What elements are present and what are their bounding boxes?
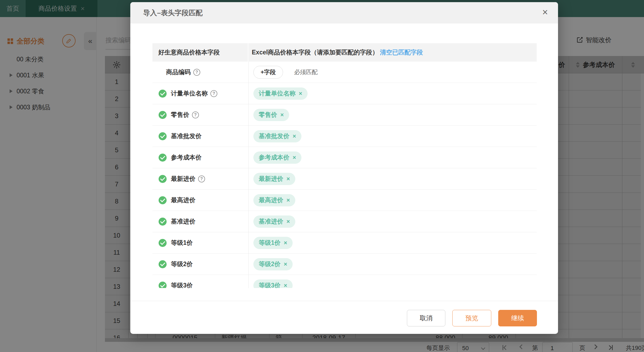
- clear-matched-link[interactable]: 清空已匹配字段: [380, 48, 423, 57]
- match-row-level1-price: 等级1价 等级1价 ×: [152, 232, 537, 254]
- match-row-latest-purchase-price: 最新进价 ? 最新进价 ×: [152, 168, 537, 190]
- matched-field-tag: 计量单位名称 ×: [253, 87, 308, 100]
- matched-field-tag: 基准进价 ×: [253, 215, 295, 228]
- help-icon[interactable]: ?: [192, 111, 199, 118]
- remove-tag-icon[interactable]: ×: [286, 197, 290, 204]
- help-icon[interactable]: ?: [210, 90, 217, 97]
- required-match-note: 必须匹配: [294, 68, 318, 76]
- check-circle-icon: [159, 260, 167, 268]
- matching-table-header: 好生意商品价格本字段 Excel商品价格本字段（请添加要匹配的字段） 清空已匹配…: [152, 43, 537, 62]
- match-row-base-purchase-price: 基准进价 基准进价 ×: [152, 211, 537, 232]
- modal-title: 导入–表头字段匹配: [143, 2, 202, 23]
- match-row-level2-price: 等级2价 等级2价 ×: [152, 254, 537, 275]
- app-screen: 首页 商品价格设置 × 全部分类 « 00 未分类 0001 水果 000: [0, 0, 644, 352]
- help-icon[interactable]: ?: [198, 175, 205, 182]
- remove-tag-icon[interactable]: ×: [284, 239, 287, 246]
- check-circle-icon: [159, 239, 167, 247]
- check-circle-icon: [159, 111, 167, 119]
- field-matching-table: 好生意商品价格本字段 Excel商品价格本字段（请添加要匹配的字段） 清空已匹配…: [152, 43, 537, 288]
- preview-button[interactable]: 预览: [452, 310, 491, 326]
- match-row-unit-name: 计量单位名称 ? 计量单位名称 ×: [152, 83, 537, 104]
- matched-field-tag: 最高进价 ×: [253, 194, 295, 206]
- matched-field-tag: 最新进价 ×: [253, 173, 295, 185]
- match-row-product-code: 商品编码 ? +字段 必须匹配: [152, 62, 537, 83]
- check-circle-icon: [159, 196, 167, 204]
- check-circle-icon: [159, 90, 167, 98]
- remove-tag-icon[interactable]: ×: [293, 133, 296, 140]
- excel-fields-header: Excel商品价格本字段（请添加要匹配的字段）: [252, 48, 378, 57]
- match-row-highest-purchase-price: 最高进价 最高进价 ×: [152, 190, 537, 211]
- check-circle-icon: [159, 218, 167, 226]
- check-circle-icon: [159, 132, 167, 140]
- matched-field-tag: 参考成本价 ×: [253, 151, 301, 164]
- match-row-level3-price: 等级3价 等级3价 ×: [152, 275, 537, 288]
- remove-tag-icon[interactable]: ×: [280, 111, 284, 118]
- matched-field-tag: 等级1价 ×: [253, 237, 293, 249]
- column-divider: [248, 62, 249, 288]
- match-row-base-wholesale-price: 基准批发价 基准批发价 ×: [152, 126, 537, 147]
- matching-rows-viewport: 商品编码 ? +字段 必须匹配 计量单位名称 ?: [152, 62, 537, 288]
- remove-tag-icon[interactable]: ×: [284, 282, 287, 288]
- import-field-matching-modal: 导入–表头字段匹配 × 好生意商品价格本字段 Excel商品价格本字段（请添加要…: [130, 2, 558, 334]
- remove-tag-icon[interactable]: ×: [286, 218, 290, 225]
- modal-close-icon[interactable]: ×: [542, 7, 548, 17]
- source-fields-header: 好生意商品价格本字段: [152, 43, 248, 62]
- remove-tag-icon[interactable]: ×: [286, 175, 290, 182]
- footer-divider: [130, 301, 558, 301]
- matched-field-tag: 等级3价 ×: [253, 279, 293, 288]
- matched-field-tag: 零售价 ×: [253, 109, 289, 121]
- cancel-button[interactable]: 取消: [407, 310, 445, 326]
- remove-tag-icon[interactable]: ×: [284, 261, 287, 268]
- help-icon[interactable]: ?: [193, 69, 200, 76]
- check-circle-icon: [159, 154, 167, 162]
- matched-field-tag: 基准批发价 ×: [253, 130, 301, 142]
- continue-button[interactable]: 继续: [498, 310, 537, 326]
- add-field-button[interactable]: +字段: [253, 66, 283, 79]
- check-circle-icon: [159, 282, 167, 288]
- match-row-retail-price: 零售价 ? 零售价 ×: [152, 104, 537, 126]
- remove-tag-icon[interactable]: ×: [293, 154, 296, 161]
- match-row-reference-cost: 参考成本价 参考成本价 ×: [152, 147, 537, 168]
- check-circle-icon: [159, 175, 167, 183]
- modal-header: 导入–表头字段匹配 ×: [130, 2, 558, 23]
- remove-tag-icon[interactable]: ×: [299, 90, 302, 97]
- matched-field-tag: 等级2价 ×: [253, 258, 293, 270]
